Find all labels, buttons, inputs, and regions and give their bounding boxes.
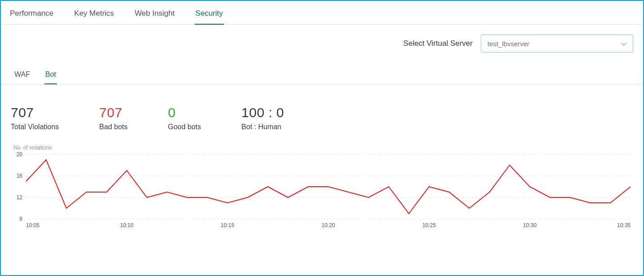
stat-total-violations-value: 707 <box>11 105 59 120</box>
server-selector[interactable]: test_lbvserver <box>481 35 633 53</box>
tab-key-metrics[interactable]: Key Metrics <box>73 6 115 24</box>
tab-performance[interactable]: Performance <box>9 6 54 24</box>
stats-row: 707 Total Violations 707 Bad bots 0 Good… <box>1 84 643 136</box>
svg-text:10:05: 10:05 <box>26 222 39 228</box>
svg-text:20: 20 <box>17 152 23 158</box>
stat-bad-bots-label: Bad bots <box>99 123 127 131</box>
svg-text:10:35: 10:35 <box>617 222 631 228</box>
svg-text:10:15: 10:15 <box>221 222 234 228</box>
svg-text:10:25: 10:25 <box>422 222 436 228</box>
tab-security[interactable]: Security <box>195 6 224 24</box>
tab-web-insight[interactable]: Web Insight <box>134 6 175 24</box>
stat-bad-bots-value: 707 <box>99 105 127 120</box>
violations-chart: No. of violations 812162010:0510:1010:15… <box>12 145 632 232</box>
stat-bot-human-label: Bot : Human <box>241 123 284 131</box>
svg-text:16: 16 <box>17 173 23 179</box>
sub-tab-bot[interactable]: Bot <box>44 69 57 84</box>
svg-text:10:30: 10:30 <box>523 222 536 228</box>
stat-good-bots: 0 Good bots <box>168 105 201 131</box>
server-selector-label: Select Virtual Server <box>403 39 473 48</box>
svg-text:12: 12 <box>17 194 23 201</box>
svg-text:10:10: 10:10 <box>120 222 134 228</box>
stat-good-bots-value: 0 <box>168 105 201 120</box>
sub-tab-waf[interactable]: WAF <box>13 69 31 84</box>
chart-y-title: No. of violations <box>13 145 632 151</box>
svg-text:10:20: 10:20 <box>322 222 335 228</box>
server-selector-row: Select Virtual Server test_lbvserver <box>1 25 643 56</box>
stat-bot-human: 100 : 0 Bot : Human <box>241 105 284 131</box>
stat-total-violations-label: Total Violations <box>11 123 59 131</box>
svg-text:8: 8 <box>19 216 22 222</box>
sub-tabs: WAF Bot <box>1 56 643 84</box>
top-tabs: Performance Key Metrics Web Insight Secu… <box>1 1 643 25</box>
stat-good-bots-label: Good bots <box>168 123 201 131</box>
chevron-down-icon <box>621 40 627 48</box>
stat-bot-human-value: 100 : 0 <box>241 105 284 120</box>
violations-line-chart: 812162010:0510:1010:1510:2010:2510:3010:… <box>12 152 634 232</box>
stat-total-violations: 707 Total Violations <box>11 105 59 131</box>
server-selector-value: test_lbvserver <box>487 40 529 48</box>
stat-bad-bots: 707 Bad bots <box>99 105 127 131</box>
